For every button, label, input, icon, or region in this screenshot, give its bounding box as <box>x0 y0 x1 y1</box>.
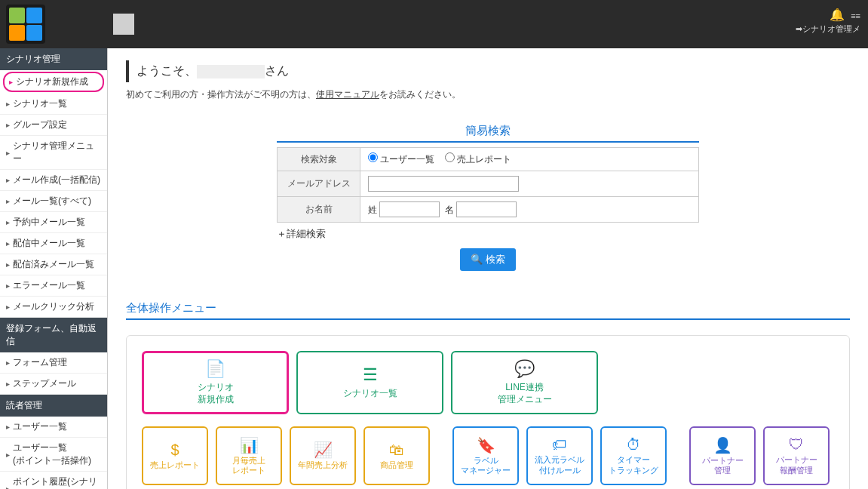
chevron-right-icon: ▸ <box>6 423 10 431</box>
sidebar-item[interactable]: ▸メール一覧(すべて) <box>0 191 107 212</box>
chevron-right-icon: ▸ <box>6 100 10 108</box>
card-label: 商品管理 <box>380 460 413 470</box>
card-label: タイマー トラッキング <box>609 455 658 475</box>
chevron-right-icon: ▸ <box>6 281 10 290</box>
sidebar-item-label: 配信済みメール一覧 <box>13 258 94 271</box>
sidebar-item[interactable]: ▸配信中メール一覧 <box>0 233 107 254</box>
menu-small-card[interactable]: 🔖ラベル マネージャー <box>452 426 519 485</box>
menu-big-card[interactable]: ☰シナリオ一覧 <box>296 351 443 414</box>
quick-search-table: 検索対象 ユーザー一覧 売上レポート メールアドレス お名前 姓 <box>277 147 699 223</box>
card-label: パートナー 管理 <box>702 456 744 475</box>
menu-small-card[interactable]: 🛍商品管理 <box>363 426 430 485</box>
breadcrumb: ➡シナリオ管理メ <box>796 23 860 35</box>
chevron-right-icon: ▸ <box>6 484 10 490</box>
chevron-right-icon: ▸ <box>6 239 10 248</box>
sidebar-item-label: ユーザー一覧 (ポイント一括操作) <box>13 441 91 467</box>
qs-email-input[interactable] <box>368 176 519 192</box>
sidebar-item-label: フォーム管理 <box>13 356 67 369</box>
list-icon: ☰ <box>363 365 378 385</box>
qs-radio-sales[interactable]: 売上レポート <box>445 154 511 165</box>
sidebar-item-label: メールクリック分析 <box>13 300 94 313</box>
topbar: 🔔≡≡ ➡シナリオ管理メ <box>0 0 868 48</box>
card-label: パートナー 報酬管理 <box>776 455 817 475</box>
shield-icon: 🛡 <box>789 436 804 454</box>
sidebar-item[interactable]: ▸配信済みメール一覧 <box>0 254 107 275</box>
sidebar-item[interactable]: ▸ポイント履歴(シナリオ別) <box>0 472 107 489</box>
menu-big-card[interactable]: 📄シナリオ新規作成 <box>142 351 289 414</box>
quick-search: 簡易検索 検索対象 ユーザー一覧 売上レポート メールアドレス お名前 <box>277 124 699 271</box>
card-label: シナリオ新規作成 <box>198 382 234 405</box>
sidebar-item[interactable]: ▸シナリオ管理メニュー <box>0 136 107 170</box>
bell-icon[interactable]: 🔔 <box>830 8 845 21</box>
qs-surname-input[interactable] <box>379 201 440 217</box>
sidebar-item[interactable]: ▸予約中メール一覧 <box>0 212 107 233</box>
sidebar-item[interactable]: ▸メール作成(一括配信) <box>0 170 107 191</box>
qs-name-label: お名前 <box>278 197 360 223</box>
sidebar-item[interactable]: ▸ステップメール <box>0 374 107 395</box>
card-label: 流入元ラベル 付けルール <box>535 455 584 475</box>
card-label: シナリオ一覧 <box>343 388 397 400</box>
menu-small-card[interactable]: $売上レポート <box>142 426 208 485</box>
sidebar-item[interactable]: ▸シナリオ新規作成 <box>3 72 104 92</box>
sidebar-item[interactable]: ▸ユーザー一覧 <box>0 417 107 438</box>
menu-small-card[interactable]: 📊月毎売上 レポート <box>216 426 282 485</box>
sidebar-item[interactable]: ▸フォーム管理 <box>0 352 107 374</box>
app-logo[interactable] <box>6 5 45 44</box>
qs-firstname-input[interactable] <box>456 201 517 217</box>
menu-small-card[interactable]: 🏷流入元ラベル 付けルール <box>526 426 593 485</box>
search-button[interactable]: 🔍 検索 <box>460 248 516 271</box>
menu-small-card[interactable]: ⏱タイマー トラッキング <box>600 426 667 485</box>
chevron-right-icon: ▸ <box>6 451 10 459</box>
chevron-right-icon: ▸ <box>6 358 10 367</box>
menu-small-card[interactable]: 🛡パートナー 報酬管理 <box>763 426 830 485</box>
menu-title: 全体操作メニュー <box>126 301 850 320</box>
top-lines-icon: ≡≡ <box>851 11 860 20</box>
sidebar-item-label: ステップメール <box>13 377 76 390</box>
chevron-right-icon: ▸ <box>9 78 13 86</box>
sidebar-item-label: シナリオ新規作成 <box>16 75 88 88</box>
sidebar-item-label: 配信中メール一覧 <box>13 237 85 250</box>
card-label: ラベル マネージャー <box>461 456 511 475</box>
chat-icon: 💬 <box>514 359 535 379</box>
welcome-heading: ようこそ、さん <box>126 60 850 82</box>
manual-link[interactable]: 使用マニュアル <box>316 89 379 100</box>
sidebar-item[interactable]: ▸シナリオ一覧 <box>0 94 107 115</box>
main: ようこそ、さん 初めてご利用の方・操作方法がご不明の方は、使用マニュアルをお読み… <box>108 48 868 489</box>
menu-small-card[interactable]: 👤パートナー 管理 <box>689 426 756 485</box>
username-placeholder <box>197 65 265 78</box>
card-label: 月毎売上 レポート <box>232 456 265 475</box>
sidebar-item-label: シナリオ管理メニュー <box>13 140 101 165</box>
file-plus-icon: 📄 <box>205 359 225 379</box>
tag-icon: 🏷 <box>552 436 567 454</box>
bookmark-icon: 🔖 <box>477 436 495 454</box>
clock-icon: ⏱ <box>626 436 641 454</box>
bar-icon: 📊 <box>240 436 259 454</box>
card-label: 売上レポート <box>150 460 200 470</box>
sidebar-item-label: メール作成(一括配信) <box>13 174 100 186</box>
menu-small-card[interactable]: 📈年間売上分析 <box>290 426 356 485</box>
qs-radio-users[interactable]: ユーザー一覧 <box>368 154 434 165</box>
sidebar-item[interactable]: ▸グループ設定 <box>0 115 107 136</box>
sidebar-item-label: エラーメール一覧 <box>13 279 85 292</box>
sidebar-header: シナリオ管理 <box>0 48 107 70</box>
sidebar-header: 登録フォーム、自動返信 <box>0 318 107 352</box>
cart-icon: 🛍 <box>389 441 404 459</box>
sidebar-item-label: 予約中メール一覧 <box>13 216 85 229</box>
qs-detail-toggle[interactable]: ＋詳細検索 <box>277 227 699 241</box>
quick-search-title: 簡易検索 <box>277 124 699 143</box>
sidebar-item[interactable]: ▸ユーザー一覧 (ポイント一括操作) <box>0 438 107 472</box>
chevron-right-icon: ▸ <box>6 197 10 205</box>
sidebar-item-label: メール一覧(すべて) <box>13 195 91 208</box>
top-right: 🔔≡≡ ➡シナリオ管理メ <box>796 8 860 36</box>
sidebar-item[interactable]: ▸メールクリック分析 <box>0 297 107 318</box>
chevron-right-icon: ▸ <box>6 260 10 269</box>
user-gear-icon: 👤 <box>713 436 732 454</box>
chart-icon: 📈 <box>314 441 333 459</box>
chevron-right-icon: ▸ <box>6 121 10 129</box>
sidebar-item[interactable]: ▸エラーメール一覧 <box>0 275 107 297</box>
chevron-right-icon: ▸ <box>6 303 10 311</box>
sidebar-item-label: グループ設定 <box>13 118 67 131</box>
chevron-right-icon: ▸ <box>6 218 10 226</box>
menu-big-card[interactable]: 💬LINE連携管理メニュー <box>451 351 598 414</box>
qs-email-label: メールアドレス <box>278 171 360 197</box>
